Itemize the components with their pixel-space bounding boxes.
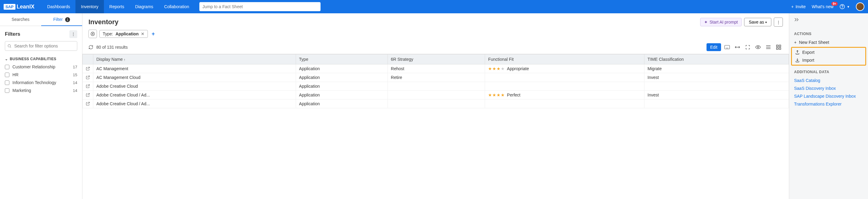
nav-collaboration[interactable]: Collaboration <box>159 0 195 13</box>
table-row[interactable]: Adobe Creative Cloud / Ad...Application <box>83 100 789 108</box>
invite-button[interactable]: + Invite <box>792 4 806 9</box>
cell-type: Application <box>296 65 388 73</box>
export-icon <box>795 50 800 55</box>
filter-option-label: Information Technology <box>12 80 73 85</box>
checkbox[interactable] <box>5 80 9 85</box>
filter-option-label: HR <box>12 72 73 77</box>
open-fact-sheet-button[interactable] <box>83 73 93 82</box>
checkbox[interactable] <box>5 73 9 77</box>
filter-group-toggle[interactable]: ⌄ BUSINESS CAPABILITIES <box>0 55 82 63</box>
cell-name: Adobe Creative Cloud <box>93 82 296 91</box>
chevron-down-icon: ▼ <box>847 5 850 8</box>
open-fact-sheet-button[interactable] <box>83 65 93 73</box>
cell-strat <box>388 82 485 91</box>
whats-new-button[interactable]: What's new 9+ <box>812 4 833 9</box>
table-row[interactable]: Adobe Creative CloudApplication <box>83 82 789 91</box>
nav-inventory[interactable]: Inventory <box>75 0 104 13</box>
filter-option[interactable]: Marketing 14 <box>0 86 82 94</box>
filter-option[interactable]: Information Technology 14 <box>0 79 82 86</box>
filter-option-count: 15 <box>73 73 77 77</box>
external-link-icon <box>86 102 90 106</box>
logo-sap: SAP <box>4 4 16 10</box>
checkbox[interactable] <box>5 88 9 93</box>
nav-dashboards[interactable]: Dashboards <box>42 0 76 13</box>
keyboard-icon <box>724 45 730 49</box>
nav-reports[interactable]: Reports <box>104 0 130 13</box>
table-row[interactable]: Adobe Creative Cloud / Ad...Application★… <box>83 91 789 100</box>
top-nav: SAP LeanIX Dashboards Inventory Reports … <box>0 0 868 13</box>
open-fact-sheet-button[interactable] <box>83 82 93 91</box>
main-actions: ✦ Start AI prompt Save as ▾ ⋮ <box>700 17 783 27</box>
cell-time: Migrate <box>644 65 789 73</box>
filter-search-input[interactable] <box>5 41 77 51</box>
table-row[interactable]: AC ManagementApplicationRehost★★★★Approp… <box>83 65 789 73</box>
saas-catalog-link[interactable]: SaaS Catalog <box>794 77 863 84</box>
grid-icon <box>776 45 781 50</box>
table-row[interactable]: AC Management CloudApplicationRetireInve… <box>83 73 789 82</box>
col-6r-strategy[interactable]: 6R Strategy <box>388 54 485 65</box>
more-button[interactable]: ⋮ <box>774 17 783 27</box>
import-label: Import <box>802 58 814 63</box>
chevron-down-icon: ⌄ <box>5 57 8 61</box>
cell-type: Application <box>296 91 388 100</box>
transformations-link[interactable]: Transformations Explorer <box>794 100 863 108</box>
table-container: Display Name Type 6R Strategy Functional… <box>83 54 789 199</box>
nav-right: + Invite What's new 9+ ▼ <box>792 2 864 11</box>
grid-view-button[interactable] <box>774 43 783 51</box>
fit-width-button[interactable] <box>733 43 742 51</box>
sap-landscape-link[interactable]: SAP Landscape Discovery Inbox <box>794 92 863 100</box>
col-display-name[interactable]: Display Name <box>93 54 296 65</box>
col-type[interactable]: Type <box>296 54 388 65</box>
col-time-classification[interactable]: TIME Classification <box>644 54 789 65</box>
checkbox[interactable] <box>5 65 9 69</box>
tab-searches[interactable]: Searches <box>0 13 41 26</box>
visibility-button[interactable] <box>754 43 762 51</box>
tab-filter-label: Filter <box>53 17 63 22</box>
filters-menu-button[interactable]: ⋮ <box>69 30 77 38</box>
cell-functional-fit: ★★★★Perfect <box>485 91 644 100</box>
chip-remove-icon[interactable]: ✕ <box>141 32 145 36</box>
fact-sheet-search-input[interactable] <box>199 2 320 11</box>
open-fact-sheet-button[interactable] <box>83 91 93 100</box>
col-functional-fit[interactable]: Functional Fit <box>485 54 644 65</box>
svg-line-23 <box>88 76 89 78</box>
import-button[interactable]: Import <box>792 56 865 64</box>
tab-filter[interactable]: Filter 1 <box>41 13 83 26</box>
filter-option[interactable]: HR 15 <box>0 71 82 79</box>
external-link-icon <box>86 75 90 80</box>
filters-title: Filters <box>5 31 20 37</box>
ai-prompt-button[interactable]: ✦ Start AI prompt <box>700 18 742 26</box>
new-fact-sheet-button[interactable]: + New Fact Sheet <box>794 38 863 46</box>
svg-rect-19 <box>779 45 781 47</box>
nav-diagrams[interactable]: Diagrams <box>130 0 159 13</box>
export-button[interactable]: Export <box>792 48 865 56</box>
collapse-panel-button[interactable] <box>794 17 799 22</box>
cell-type: Application <box>296 73 388 82</box>
cell-functional-fit: ★★★★Appropriate <box>485 65 644 73</box>
whats-new-label: What's new <box>812 4 833 9</box>
ai-prompt-label: Start AI prompt <box>710 19 738 25</box>
filter-chips: Type: Application ✕ + <box>83 30 789 41</box>
clear-filters-button[interactable] <box>89 30 97 38</box>
filter-chip[interactable]: Type: Application ✕ <box>99 30 148 38</box>
open-fact-sheet-button[interactable] <box>83 100 93 108</box>
filter-option-count: 14 <box>73 80 77 85</box>
logo[interactable]: SAP LeanIX <box>4 4 35 10</box>
svg-line-3 <box>10 47 11 48</box>
help-button[interactable]: ▼ <box>839 4 850 9</box>
user-avatar[interactable] <box>856 2 864 11</box>
external-link-icon <box>86 67 90 71</box>
save-as-button[interactable]: Save as ▾ <box>744 18 771 26</box>
edit-button[interactable]: Edit <box>707 43 721 51</box>
fullscreen-button[interactable] <box>743 43 752 51</box>
main-content: Inventory ✦ Start AI prompt Save as ▾ ⋮ <box>83 13 789 199</box>
svg-line-22 <box>88 67 89 69</box>
saas-discovery-link[interactable]: SaaS Discovery Inbox <box>794 84 863 92</box>
list-view-button[interactable] <box>764 43 773 51</box>
add-filter-button[interactable]: + <box>150 31 156 37</box>
cell-name: AC Management <box>93 65 296 73</box>
refresh-button[interactable] <box>89 45 93 50</box>
external-link-icon <box>86 84 90 88</box>
keyboard-button[interactable] <box>723 43 731 51</box>
filter-option[interactable]: Customer Relationship 17 <box>0 63 82 71</box>
